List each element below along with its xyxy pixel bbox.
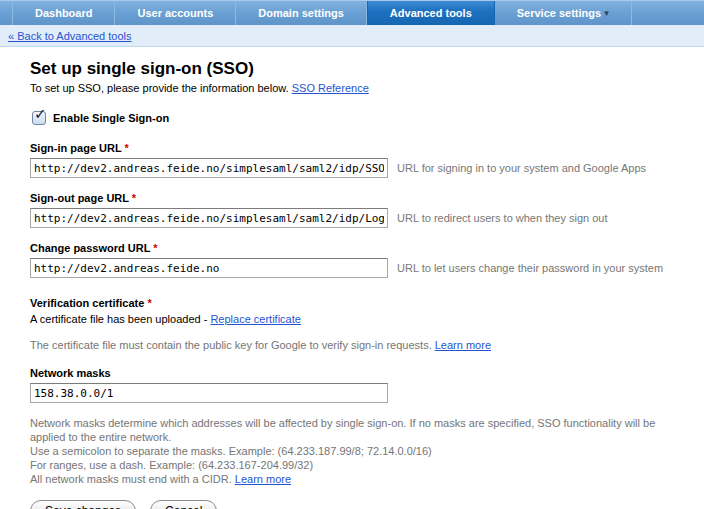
- sign-out-url-group: Sign-out page URL * URL to redirect user…: [30, 192, 690, 228]
- required-asterisk: *: [153, 242, 157, 254]
- network-masks-group: Network masks Network masks determine wh…: [30, 367, 690, 486]
- tab-user-accounts[interactable]: User accounts: [115, 1, 236, 25]
- sso-setup-page: Dashboard User accounts Domain settings …: [0, 0, 704, 509]
- intro-sentence: To set up SSO, please provide the inform…: [30, 82, 292, 94]
- tab-label: Advanced tools: [390, 7, 472, 19]
- back-strip: « Back to Advanced tools: [0, 25, 704, 47]
- sign-in-url-label: Sign-in page URL *: [30, 142, 690, 154]
- tab-label: Dashboard: [35, 7, 92, 19]
- label-text: Verification certificate: [30, 297, 144, 309]
- masks-learn-more-link[interactable]: Learn more: [235, 473, 291, 485]
- verification-certificate-label: Verification certificate *: [30, 297, 690, 309]
- certificate-help: The certificate file must contain the pu…: [30, 339, 690, 351]
- sign-out-url-hint: URL to redirect users to when they sign …: [397, 212, 608, 224]
- change-password-url-label: Change password URL *: [30, 242, 690, 254]
- required-asterisk: *: [147, 297, 151, 309]
- sign-in-url-input[interactable]: [30, 158, 388, 178]
- label-text: Sign-in page URL: [30, 142, 121, 154]
- masks-help-line-1: Network masks determine which addresses …: [30, 416, 690, 444]
- tab-advanced-tools[interactable]: Advanced tools: [367, 1, 495, 25]
- network-masks-label: Network masks: [30, 367, 690, 379]
- certificate-status-text: A certificate file has been uploaded -: [30, 313, 210, 325]
- tab-domain-settings[interactable]: Domain settings: [236, 1, 367, 25]
- label-text: Change password URL: [30, 242, 150, 254]
- change-password-url-input[interactable]: [30, 258, 388, 278]
- page-title: Set up single sign-on (SSO): [30, 59, 690, 79]
- enable-sso-label: Enable Single Sign-on: [53, 112, 169, 124]
- change-password-url-hint: URL to let users change their password i…: [397, 262, 663, 274]
- masks-help-line-4-text: All network masks must end with a CIDR.: [30, 473, 235, 485]
- masks-help-line-4: All network masks must end with a CIDR. …: [30, 472, 690, 486]
- certificate-status: A certificate file has been uploaded - R…: [30, 313, 690, 325]
- sign-out-url-input[interactable]: [30, 208, 388, 228]
- network-masks-input[interactable]: [30, 383, 388, 403]
- required-asterisk: *: [132, 192, 136, 204]
- certificate-learn-more-link[interactable]: Learn more: [435, 339, 491, 351]
- tab-dashboard[interactable]: Dashboard: [12, 1, 115, 25]
- change-password-url-group: Change password URL * URL to let users c…: [30, 242, 690, 278]
- sign-in-url-hint: URL for signing in to your system and Go…: [397, 162, 646, 174]
- main-content: Set up single sign-on (SSO) To set up SS…: [0, 47, 704, 509]
- tab-label: User accounts: [137, 7, 213, 19]
- enable-sso-checkbox[interactable]: ✓: [32, 111, 46, 125]
- form-actions: Save changes Cancel: [30, 500, 690, 509]
- top-navbar: Dashboard User accounts Domain settings …: [0, 0, 704, 25]
- label-text: Sign-out page URL: [30, 192, 129, 204]
- chevron-down-icon: ▾: [604, 8, 609, 18]
- checkmark-icon: ✓: [34, 106, 47, 121]
- required-asterisk: *: [125, 142, 129, 154]
- replace-certificate-link[interactable]: Replace certificate: [210, 313, 301, 325]
- tab-label: Service settings: [517, 7, 601, 19]
- intro-text: To set up SSO, please provide the inform…: [30, 82, 690, 94]
- masks-help-line-3: For ranges, use a dash. Example: (64.233…: [30, 458, 690, 472]
- cancel-button[interactable]: Cancel: [150, 500, 217, 509]
- network-masks-help: Network masks determine which addresses …: [30, 416, 690, 486]
- tab-label: Domain settings: [258, 7, 344, 19]
- certificate-help-text: The certificate file must contain the pu…: [30, 339, 435, 351]
- masks-help-line-2: Use a semicolon to separate the masks. E…: [30, 444, 690, 458]
- tab-service-settings[interactable]: Service settings ▾: [495, 1, 632, 25]
- sign-out-url-label: Sign-out page URL *: [30, 192, 690, 204]
- verification-certificate-group: Verification certificate * A certificate…: [30, 297, 690, 351]
- sign-in-url-group: Sign-in page URL * URL for signing in to…: [30, 142, 690, 178]
- sso-reference-link[interactable]: SSO Reference: [292, 82, 369, 94]
- enable-sso-row: ✓ Enable Single Sign-on: [32, 111, 690, 125]
- save-changes-button[interactable]: Save changes: [30, 500, 136, 509]
- back-to-advanced-tools-link[interactable]: « Back to Advanced tools: [8, 30, 132, 42]
